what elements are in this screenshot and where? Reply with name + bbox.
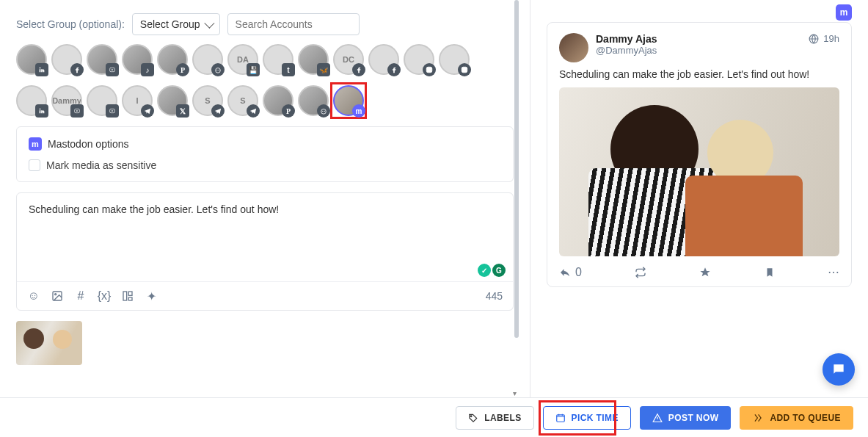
account-avatar[interactable]: DC (333, 44, 364, 75)
hashtag-icon[interactable]: # (74, 289, 87, 303)
instagram-icon (458, 63, 471, 76)
image-icon[interactable] (51, 289, 64, 303)
compose-toolbar: ☺ # {x} ✦ 445 (17, 281, 513, 310)
account-avatar[interactable] (87, 85, 117, 116)
account-avatar[interactable]: 𝕏 (157, 85, 188, 116)
attached-image-thumbnail[interactable] (16, 321, 82, 365)
left-scrollbar[interactable]: ▾ (514, 0, 519, 393)
svg-point-2 (216, 68, 221, 73)
preview-pane: m Dammy Ajas @DammyAjas 19h Scheduling c… (530, 0, 868, 437)
facebook-icon (387, 63, 401, 76)
select-group-dropdown[interactable]: Select Group (132, 13, 220, 35)
layout-icon[interactable] (121, 289, 134, 303)
more-button[interactable]: ⋯ (828, 265, 839, 279)
scrollbar-thumb[interactable] (514, 0, 519, 338)
account-avatar[interactable]: P (157, 44, 188, 75)
dots-icon: ⋯ (828, 265, 839, 279)
boost-button[interactable] (635, 267, 646, 278)
preview-header: Dammy Ajas @DammyAjas 19h (559, 33, 839, 62)
sensitive-checkbox-row[interactable]: Mark media as sensitive (29, 159, 501, 171)
chat-icon (831, 362, 846, 377)
mastodon-options-card: m Mastodon options Mark media as sensiti… (16, 126, 514, 182)
svg-point-9 (463, 68, 465, 71)
bottom-action-bar: LABELS PICK TIME POST NOW ADD TO QUEUE (0, 397, 868, 437)
composer-pane: Select Group (optional): Select Group ♪P… (0, 0, 530, 437)
account-avatar[interactable]: t (263, 44, 293, 75)
variable-icon[interactable]: {x} (98, 289, 111, 303)
facebook-icon (352, 63, 365, 76)
account-avatar[interactable] (439, 44, 470, 75)
svg-point-7 (431, 68, 431, 68)
account-avatar[interactable]: 🦋 (298, 44, 329, 75)
preview-actions: 0 ⋯ (559, 265, 839, 279)
compose-textarea[interactable]: Scheduling can make the job easier. Let'… (17, 193, 513, 281)
linkedin-icon (35, 104, 48, 118)
account-avatar[interactable] (368, 44, 399, 75)
select-group-text: Select Group (140, 18, 200, 30)
compose-content: Scheduling can make the job easier. Let'… (29, 203, 279, 215)
warning-icon (652, 413, 663, 423)
tiktok-icon: ♪ (141, 63, 154, 76)
char-count: 445 (486, 290, 503, 302)
youtube-icon (106, 63, 119, 76)
account-avatar[interactable] (404, 44, 434, 75)
bluesky-icon: 🦋 (317, 63, 330, 76)
account-avatar[interactable]: DA💾 (227, 44, 258, 75)
compose-card: Scheduling can make the job easier. Let'… (16, 192, 514, 311)
account-avatar[interactable]: ♪ (122, 44, 153, 75)
chat-fab[interactable] (823, 353, 855, 386)
pick-time-button[interactable]: PICK TIME (543, 406, 631, 430)
account-avatar[interactable]: I (122, 85, 153, 116)
reply-button[interactable]: 0 (559, 266, 582, 279)
account-avatar[interactable]: m (333, 85, 364, 116)
account-avatar[interactable]: P (263, 85, 293, 116)
pick-time-text: PICK TIME (572, 413, 619, 423)
sparkle-icon[interactable]: ✦ (145, 289, 158, 303)
grammarly-widget[interactable]: ✓ G (478, 264, 506, 277)
svg-point-18 (55, 294, 56, 295)
account-avatar[interactable] (298, 85, 329, 116)
account-avatar[interactable] (87, 44, 117, 75)
grammarly-g-icon: G (492, 264, 506, 277)
post-preview-card: Dammy Ajas @DammyAjas 19h Scheduling can… (547, 22, 852, 287)
reply-icon (559, 267, 571, 278)
svg-point-23 (470, 415, 472, 416)
pinterest-icon: P (176, 63, 189, 76)
telegram-icon (141, 104, 154, 118)
svg-point-4 (219, 70, 219, 71)
x-icon: 𝕏 (176, 104, 189, 118)
author-block: Dammy Ajas @DammyAjas (596, 33, 657, 56)
favorite-button[interactable] (699, 267, 711, 278)
bookmark-button[interactable] (765, 267, 775, 278)
reply-count: 0 (575, 266, 582, 279)
instagram-icon (423, 63, 436, 76)
account-avatar[interactable] (192, 44, 223, 75)
mastodon-icon: m (29, 137, 42, 151)
svg-point-3 (216, 70, 217, 71)
add-to-queue-button[interactable]: ADD TO QUEUE (740, 406, 853, 430)
emoji-icon[interactable]: ☺ (27, 289, 40, 303)
svg-point-10 (466, 68, 467, 68)
account-avatar[interactable] (16, 44, 47, 75)
group-label: Select Group (optional): (16, 18, 125, 30)
labels-button[interactable]: LABELS (456, 406, 533, 430)
globe-icon (809, 34, 819, 44)
search-accounts-input[interactable] (227, 13, 360, 35)
youtube-icon (70, 104, 84, 118)
pinterest-icon: P (282, 104, 295, 118)
account-avatar[interactable] (51, 44, 82, 75)
checkbox-icon (29, 159, 40, 171)
account-avatar[interactable]: S (227, 85, 258, 116)
post-now-button[interactable]: POST NOW (640, 406, 732, 430)
account-avatar[interactable]: Dammy (51, 85, 82, 116)
svg-point-14 (321, 109, 327, 115)
account-avatars-row-1: ♪PDA💾t🦋DC (16, 44, 514, 75)
scroll-down-icon[interactable]: ▾ (513, 389, 517, 397)
account-avatar[interactable]: S (192, 85, 223, 116)
account-avatar[interactable] (16, 85, 47, 116)
bookmark-icon (765, 267, 775, 278)
boost-icon (635, 267, 646, 278)
toolbar-icons: ☺ # {x} ✦ (27, 289, 158, 303)
avatar (559, 33, 588, 62)
queue-icon (752, 413, 764, 423)
